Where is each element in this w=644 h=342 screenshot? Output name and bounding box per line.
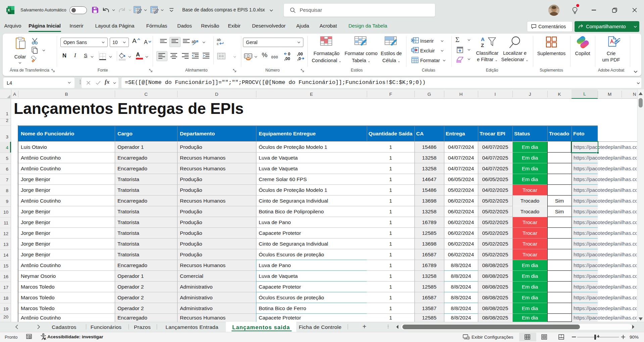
svg-text:X: X [7,8,10,12]
svg-text:,00: ,00 [297,52,303,56]
svg-text:Z: Z [481,42,484,48]
svg-text:c: c [217,42,219,46]
svg-text:ab: ab [217,38,221,42]
svg-text:0: 0 [288,52,290,56]
svg-text:A: A [481,36,485,42]
svg-text:,00: ,00 [284,56,290,61]
svg-text:,0: ,0 [297,56,301,61]
svg-text:ab: ab [192,39,196,44]
